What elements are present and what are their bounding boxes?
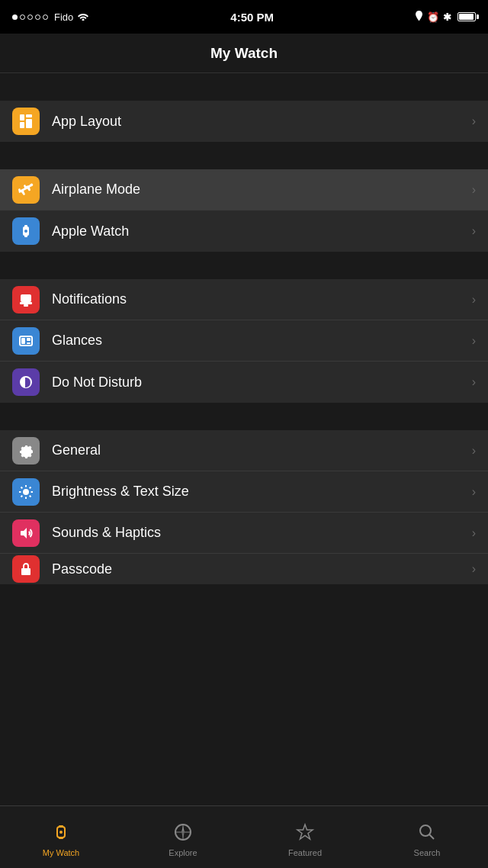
list-item-app-layout[interactable]: App Layout › [0, 101, 488, 142]
section-gap-3 [0, 252, 488, 279]
app-layout-icon [12, 108, 40, 135]
svg-rect-8 [21, 294, 31, 302]
section-gap-4 [0, 403, 488, 430]
list-item-sounds[interactable]: Sounds & Haptics › [0, 513, 488, 554]
passcode-icon [12, 555, 40, 583]
general-chevron: › [472, 444, 476, 458]
svg-rect-6 [24, 235, 27, 237]
glances-label: Glances [52, 333, 472, 349]
tab-search-label: Search [414, 848, 441, 857]
tab-my-watch-label: My Watch [43, 848, 80, 857]
svg-rect-27 [59, 837, 63, 839]
svg-rect-14 [27, 342, 30, 344]
sounds-icon [12, 519, 40, 547]
svg-rect-2 [26, 114, 32, 117]
status-right: ⏰ ✱ [415, 11, 476, 24]
svg-point-7 [24, 230, 27, 233]
tab-my-watch[interactable]: My Watch [0, 818, 122, 857]
notifications-label: Notifications [52, 291, 472, 307]
brightness-chevron: › [472, 485, 476, 499]
passcode-chevron: › [472, 562, 476, 576]
tab-explore-label: Explore [169, 848, 197, 857]
list-item-general[interactable]: General › [0, 430, 488, 471]
passcode-label: Passcode [52, 561, 472, 577]
svg-line-22 [30, 487, 31, 488]
wifi-icon [77, 11, 89, 23]
apple-watch-icon [12, 217, 40, 245]
svg-rect-13 [27, 338, 30, 341]
do-not-disturb-chevron: › [472, 375, 476, 389]
list-item-do-not-disturb[interactable]: Do Not Disturb › [0, 362, 488, 403]
brightness-icon [12, 478, 40, 506]
compass-icon [173, 822, 193, 845]
svg-line-21 [30, 495, 31, 497]
svg-line-20 [21, 487, 23, 488]
list-group-1: App Layout › [0, 101, 488, 142]
svg-rect-24 [21, 568, 30, 575]
list-item-notifications[interactable]: Notifications › [0, 279, 488, 320]
airplane-mode-label: Airplane Mode [52, 182, 472, 198]
svg-rect-0 [20, 114, 24, 121]
tab-featured-label: Featured [288, 848, 322, 857]
do-not-disturb-label: Do Not Disturb [52, 375, 472, 391]
battery-icon [458, 12, 476, 21]
bluetooth-icon: ✱ [443, 11, 451, 23]
star-icon [295, 822, 315, 845]
list-group-3: Notifications › Glances › Do Not Dist [0, 279, 488, 403]
svg-point-28 [59, 831, 63, 834]
location-icon [415, 11, 423, 24]
carrier-name: Fido [54, 11, 73, 23]
svg-rect-1 [20, 122, 24, 128]
apple-watch-label: Apple Watch [52, 223, 472, 240]
status-time: 4:50 PM [230, 11, 274, 24]
list-item-apple-watch[interactable]: Apple Watch › [0, 211, 488, 252]
notifications-icon [12, 286, 40, 313]
list-group-4: General › Brightness & Text Size › [0, 430, 488, 584]
tab-featured[interactable]: Featured [244, 818, 366, 857]
glances-icon [12, 327, 40, 355]
list-item-airplane-mode[interactable]: Airplane Mode › [0, 169, 488, 211]
dot-4 [35, 14, 40, 20]
list-group-2: Airplane Mode › Apple Watch › [0, 169, 488, 252]
section-gap-2 [0, 142, 488, 169]
signal-dots [12, 14, 48, 20]
general-icon [12, 437, 40, 465]
status-bar: Fido 4:50 PM ⏰ ✱ [0, 0, 488, 34]
sounds-chevron: › [472, 526, 476, 540]
svg-rect-3 [26, 119, 32, 128]
dot-1 [12, 14, 18, 20]
tab-explore[interactable]: Explore [122, 818, 244, 857]
airplane-mode-icon [12, 176, 40, 204]
status-left: Fido [12, 11, 89, 23]
airplane-mode-chevron: › [472, 183, 476, 197]
svg-rect-10 [24, 304, 28, 307]
do-not-disturb-icon [12, 368, 40, 396]
svg-rect-5 [24, 225, 27, 227]
section-gap-1 [0, 73, 488, 101]
app-layout-label: App Layout [52, 114, 472, 130]
dot-5 [43, 14, 48, 20]
svg-marker-34 [297, 825, 313, 839]
list-item-brightness[interactable]: Brightness & Text Size › [0, 471, 488, 513]
glances-chevron: › [472, 334, 476, 348]
watch-tab-icon [51, 822, 71, 845]
nav-title: My Watch [0, 34, 488, 73]
svg-line-36 [429, 834, 434, 839]
svg-rect-9 [20, 302, 32, 304]
svg-point-15 [23, 489, 29, 495]
notifications-chevron: › [472, 293, 476, 307]
dot-3 [27, 14, 33, 20]
apple-watch-chevron: › [472, 224, 476, 238]
search-icon [417, 822, 437, 845]
general-label: General [52, 442, 472, 458]
list-item-passcode[interactable]: Passcode › [0, 554, 488, 584]
tab-search[interactable]: Search [366, 818, 488, 857]
svg-rect-26 [59, 825, 63, 828]
tab-bar: My Watch Explore Featured [0, 805, 488, 868]
page-title: My Watch [210, 45, 278, 62]
dot-2 [20, 14, 25, 20]
list-item-glances[interactable]: Glances › [0, 320, 488, 362]
sounds-label: Sounds & Haptics [52, 525, 472, 541]
svg-line-23 [21, 495, 23, 497]
svg-rect-12 [21, 338, 25, 344]
